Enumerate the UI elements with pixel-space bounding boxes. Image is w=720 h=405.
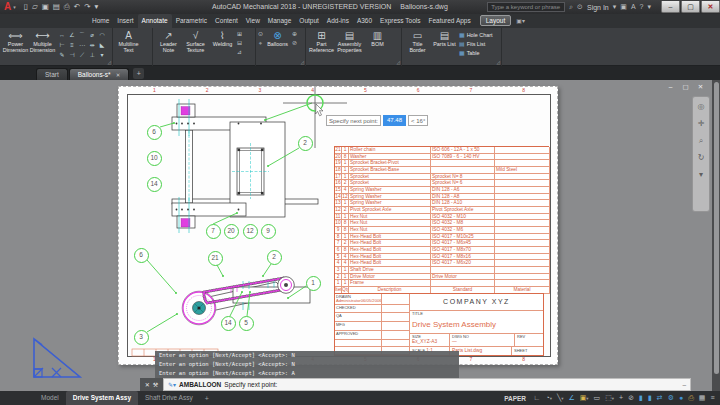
drawing-restore-button[interactable]: ▢ xyxy=(679,82,692,91)
part-reference-button[interactable]: ⊞Part Reference xyxy=(308,29,335,63)
multiline-text-button[interactable]: AMultiline Text xyxy=(115,29,142,63)
minimize-button[interactable]: ‒ xyxy=(661,1,680,13)
multiple-dimension-button[interactable]: ⟷Multiple Dimension xyxy=(29,29,56,63)
baseline-dimension-icon[interactable]: ≡ xyxy=(67,40,77,50)
balloon-10[interactable]: 10 xyxy=(147,151,162,166)
open-file-icon[interactable]: ▱ xyxy=(32,0,38,14)
help-dropdown-icon[interactable]: ▾ xyxy=(647,0,651,14)
oblique-dimension-icon[interactable]: ⟋ xyxy=(77,50,87,60)
ribbon-tab-output[interactable]: Output xyxy=(295,14,323,28)
command-expand-icon[interactable]: ‒ xyxy=(682,381,686,388)
taper-symbol-icon[interactable]: ⊿ xyxy=(237,48,242,56)
balloons-button[interactable]: ⊗Balloons xyxy=(264,29,291,63)
plot-icon[interactable]: ⎙ xyxy=(64,0,70,14)
isodraft-icon[interactable]: ◔▾ xyxy=(543,391,555,405)
ordinate-dimension-icon[interactable]: ⊢ xyxy=(57,40,67,50)
ribbon-tab-featured-apps[interactable]: Featured Apps xyxy=(424,14,474,28)
app-menu-button[interactable]: A xyxy=(4,0,11,14)
arc-dimension-icon[interactable]: ⌒ xyxy=(77,30,87,40)
title-border-button[interactable]: ▭Title Border xyxy=(404,29,431,63)
ribbon-tab-view[interactable]: View xyxy=(242,14,264,28)
undo-icon[interactable]: ↶ xyxy=(74,0,80,14)
add-balloon-icon[interactable]: ⊕ xyxy=(292,30,297,38)
redo-icon[interactable]: ↷ xyxy=(84,0,90,14)
balloon-12[interactable]: 12 xyxy=(243,224,258,239)
dimension-edit-icon[interactable]: ✎ xyxy=(57,50,67,60)
dialog-launcher-icon[interactable]: ◿ xyxy=(497,60,500,65)
chain-dimension-icon[interactable]: ⋯ xyxy=(77,40,87,50)
plot-tray-icon[interactable]: ⎙ xyxy=(686,391,697,405)
command-input[interactable]: ✎▾ AMBALLOON Specify next point: ‒ xyxy=(163,378,691,391)
ribbon-tab-annotate[interactable]: Annotate xyxy=(138,14,172,28)
restore-button[interactable]: ▢ xyxy=(681,1,700,13)
autoscale-icon[interactable]: ▮ xyxy=(645,391,654,405)
selection-cycling-icon[interactable]: ⬚▾ xyxy=(603,391,617,405)
help-icon[interactable]: ? xyxy=(640,0,644,14)
app-menu-arrow-icon[interactable]: ▾ xyxy=(13,4,16,10)
linear-dimension-icon[interactable]: ↔ xyxy=(57,30,67,40)
search-input[interactable] xyxy=(487,2,565,12)
quick-properties-icon[interactable]: ⊘ xyxy=(626,391,637,405)
steering-wheel-icon[interactable]: ◎ xyxy=(698,102,705,111)
orbit-icon[interactable]: ↻ xyxy=(698,153,705,162)
balloon-3[interactable]: 3 xyxy=(134,330,149,345)
command-close-icon[interactable]: ✕ xyxy=(145,381,150,388)
remove-balloon-icon[interactable]: ⊘ xyxy=(292,39,297,47)
feature-control-frame-icon[interactable]: ⊞ xyxy=(237,30,242,38)
bom-table[interactable]: 211Roller chainISO 606 - 12A - 1 x 50208… xyxy=(334,146,549,294)
ortho-icon[interactable]: ╲▾ xyxy=(554,391,565,405)
drawing-area[interactable]: 12345678 12345678 xyxy=(0,80,720,391)
annotation-scale-icon[interactable]: ⇄ xyxy=(654,391,665,405)
new-file-tab-button[interactable]: + xyxy=(133,68,144,79)
scrollbar-thumb[interactable] xyxy=(714,82,719,374)
ribbon-tab-add-ins[interactable]: Add-ins xyxy=(323,14,353,28)
search-go-icon[interactable]: ⌕ xyxy=(569,0,573,14)
drawing-close-button[interactable]: ✕ xyxy=(694,82,707,91)
ribbon-display-toggle-icon[interactable]: ▣▾ xyxy=(516,14,525,28)
balloon-20[interactable]: 20 xyxy=(224,224,239,239)
dynamic-input-value[interactable]: 47.48 xyxy=(383,115,406,126)
dialog-launcher-icon[interactable]: ◿ xyxy=(397,60,400,65)
navbar-more-icon[interactable]: ▾ xyxy=(699,170,703,179)
ribbon-tab-a360[interactable]: A360 xyxy=(353,14,376,28)
save-icon[interactable]: ▣ xyxy=(42,0,49,14)
welding-button[interactable]: ⌇Welding xyxy=(209,29,236,63)
zoom-icon[interactable]: ⌕ xyxy=(699,136,703,145)
hole-chart-button[interactable]: ▦Hole Chart xyxy=(459,30,492,39)
new-layout-button[interactable]: + xyxy=(200,395,214,402)
dimension-break-icon[interactable]: ⊣ xyxy=(67,50,77,60)
qat-dropdown-icon[interactable]: ▾ xyxy=(94,0,98,14)
layout-tab-drive-system-assy[interactable]: Drive System Assy xyxy=(66,391,138,405)
layout-tab-shaft-drive-assy[interactable]: Shaft Drive Assy xyxy=(138,391,200,405)
balloon-6[interactable]: 6 xyxy=(147,125,162,140)
file-tab-balloons-s-[interactable]: Balloons-s*✕ xyxy=(69,68,130,80)
balloon-7[interactable]: 7 xyxy=(206,224,221,239)
balloon-style-icon[interactable]: ⊙ xyxy=(258,30,263,38)
file-tab-start[interactable]: Start xyxy=(36,68,68,80)
balloon-5[interactable]: 5 xyxy=(239,316,254,331)
chamfer-dimension-icon[interactable]: ◣ xyxy=(97,40,107,50)
paper-space-button[interactable]: PAPER xyxy=(504,395,526,402)
app-store-icon[interactable]: ▣ xyxy=(620,0,627,14)
fits-list-button[interactable]: ▤Fits List xyxy=(459,39,492,48)
datum-identifier-icon[interactable]: ⊟ xyxy=(237,39,242,47)
file-tab-close-icon[interactable]: ✕ xyxy=(116,72,121,78)
ribbon-tab-express-tools[interactable]: Express Tools xyxy=(376,14,424,28)
dialog-launcher-icon[interactable]: ◿ xyxy=(108,60,111,65)
bom-button[interactable]: ▥BOM xyxy=(364,29,391,63)
balloon-14[interactable]: 14 xyxy=(221,316,236,331)
new-file-icon[interactable]: ▯ xyxy=(24,0,28,14)
close-button[interactable]: ✕ xyxy=(701,1,720,13)
clean-screen-icon[interactable]: ▦ xyxy=(696,391,708,405)
parts-list-button[interactable]: ▤Parts List xyxy=(431,29,458,63)
balloon-14[interactable]: 14 xyxy=(147,177,162,192)
customization-icon[interactable]: ≡ xyxy=(708,391,717,405)
ribbon-tab-parametric[interactable]: Parametric xyxy=(172,14,211,28)
lineweight-icon[interactable]: ▭ xyxy=(591,391,603,405)
crosshair-icon[interactable]: + xyxy=(617,391,626,405)
navigation-bar[interactable]: ◎ ✛ ⌕ ↻ ▾ xyxy=(692,96,710,212)
balloon-2[interactable]: 2 xyxy=(298,136,313,151)
signin-dropdown-icon[interactable]: ▾ xyxy=(613,0,617,14)
osnap-icon[interactable]: ▣▾ xyxy=(577,391,591,405)
dialog-launcher-icon[interactable]: ◿ xyxy=(301,60,304,65)
